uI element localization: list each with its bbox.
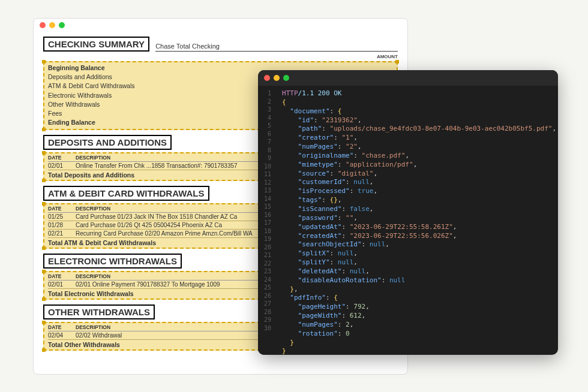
section-total-label: Total Electronic Withdrawals: [48, 290, 134, 297]
checking-summary-heading: CHECKING SUMMARY: [43, 37, 149, 52]
transaction-date: 02/01: [48, 281, 76, 288]
transaction-date: 01/25: [48, 213, 76, 220]
transaction-date: 02/21: [48, 230, 76, 237]
summary-row-label: Fees: [48, 109, 62, 118]
account-name: Chase Total Checking: [155, 43, 398, 52]
section-heading: ELECTRONIC WITHDRAWALS: [43, 254, 182, 269]
maximize-icon[interactable]: [59, 22, 65, 28]
transaction-date: 02/01: [48, 162, 76, 169]
section-heading: OTHER WITHDRAWALS: [43, 304, 155, 319]
section-total-label: Total Deposits and Additions: [48, 171, 134, 179]
doc-window-titlebar: [34, 19, 407, 32]
summary-row-label: Deposits and Additions: [48, 73, 112, 82]
close-icon[interactable]: [40, 22, 46, 28]
column-header-date: DATE: [48, 155, 76, 161]
minimize-icon[interactable]: [274, 75, 280, 81]
amount-column-header: AMOUNT: [43, 54, 398, 59]
transaction-date: 01/28: [48, 222, 76, 228]
summary-row-label: Other Withdrawals: [48, 100, 100, 109]
close-icon[interactable]: [264, 75, 270, 81]
maximize-icon[interactable]: [283, 75, 289, 81]
summary-row-label: Beginning Balance: [48, 64, 105, 73]
summary-row-label: ATM & Debit Card Withdrawals: [48, 82, 135, 91]
summary-row-label: Ending Balance: [48, 118, 95, 127]
code-window: 1 2 3 4 5 6 7 8 9 10 11 12 13 14 15 16 1…: [258, 70, 558, 355]
transaction-date: 02/04: [48, 332, 76, 339]
code-window-titlebar: [258, 70, 558, 86]
column-header-date: DATE: [48, 206, 76, 212]
column-header-date: DATE: [48, 273, 76, 279]
line-number-gutter: 1 2 3 4 5 6 7 8 9 10 11 12 13 14 15 16 1…: [258, 86, 276, 355]
section-heading: ATM & DEBIT CARD WITHDRAWALS: [43, 186, 209, 201]
minimize-icon[interactable]: [49, 22, 55, 28]
section-heading: DEPOSITS AND ADDITIONS: [43, 135, 172, 150]
code-content[interactable]: HTTP/1.1 200 OK { "document": { "id": "2…: [276, 86, 558, 355]
column-header-date: DATE: [48, 324, 76, 330]
section-total-label: Total Other Withdrawals: [48, 341, 120, 348]
section-total-label: Total ATM & Debit Card Withdrawals: [48, 239, 156, 246]
summary-row-label: Electronic Withdrawals: [48, 91, 112, 100]
code-body[interactable]: 1 2 3 4 5 6 7 8 9 10 11 12 13 14 15 16 1…: [258, 86, 558, 355]
